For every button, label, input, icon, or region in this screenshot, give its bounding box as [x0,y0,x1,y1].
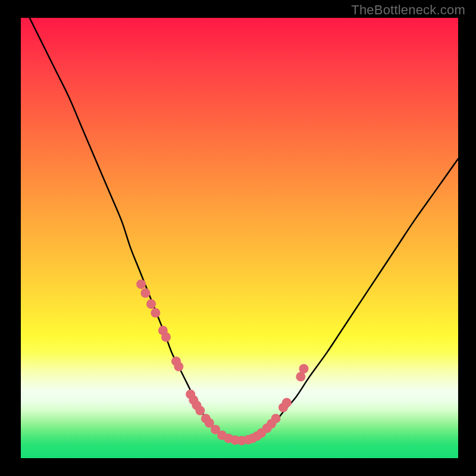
watermark-label: TheBottleneck.com [351,2,465,18]
marker-dot [174,362,183,371]
chart-svg [21,18,458,458]
marker-dot [146,299,156,309]
marker-dot [282,398,292,408]
marker-dot [151,308,160,318]
bottleneck-curve [30,18,458,440]
marker-dot [299,364,309,374]
marker-dot [136,280,146,289]
marker-dot [195,406,205,415]
plot-area [21,18,458,458]
marker-dot [271,414,281,423]
chart-frame: TheBottleneck.com [0,0,476,476]
highlight-dots [136,280,308,446]
marker-dot [140,289,150,298]
marker-dot [161,333,171,342]
